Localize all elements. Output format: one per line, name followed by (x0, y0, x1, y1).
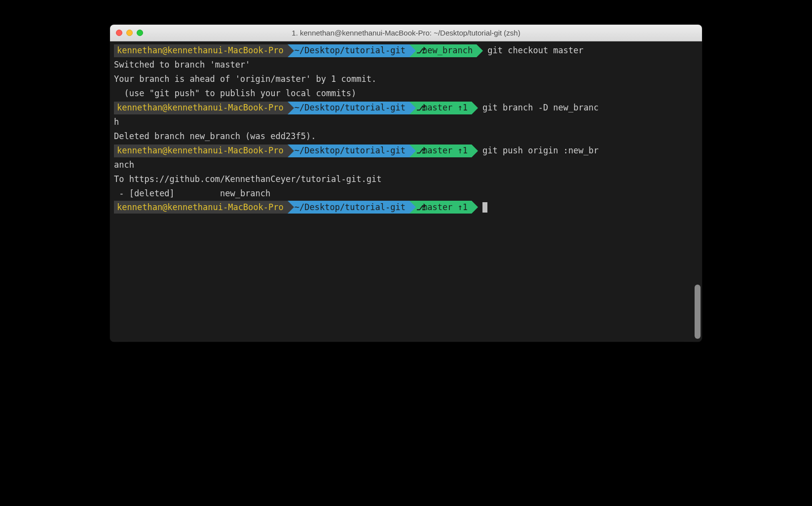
output-line: To https://github.com/KennethanCeyer/tut… (110, 172, 702, 186)
prompt-path-segment: ~/Desktop/tutorial-git (288, 102, 409, 114)
terminal-window: 1. kennethan@kennethanui-MacBook-Pro: ~/… (110, 25, 702, 342)
prompt-host: kennethan@kennethanui-MacBook-Pro (117, 200, 284, 215)
prompt-path: ~/Desktop/tutorial-git (295, 144, 406, 158)
zoom-icon[interactable] (137, 30, 143, 36)
output-line: Switched to branch 'master' (110, 58, 702, 72)
git-branch-icon: ⎇ (416, 200, 422, 215)
output-line: Deleted branch new_branch (was edd23f5). (110, 129, 702, 144)
output-line: - [deleted] new_branch (110, 186, 702, 201)
output-line: (use "git push" to publish your local co… (110, 86, 702, 101)
git-branch-icon: ⎇ (416, 101, 422, 115)
prompt-host-segment: kennethan@kennethanui-MacBook-Pro (114, 201, 288, 214)
prompt-host-segment: kennethan@kennethanui-MacBook-Pro (114, 44, 288, 57)
prompt-host: kennethan@kennethanui-MacBook-Pro (117, 101, 284, 115)
prompt-path: ~/Desktop/tutorial-git (295, 200, 406, 215)
prompt-line: kennethan@kennethanui-MacBook-Pro ~/Desk… (110, 144, 702, 158)
prompt-host: kennethan@kennethanui-MacBook-Pro (117, 144, 284, 158)
output-line: Your branch is ahead of 'origin/master' … (110, 72, 702, 86)
terminal-body[interactable]: kennethan@kennethanui-MacBook-Pro ~/Desk… (110, 41, 702, 342)
prompt-path-segment: ~/Desktop/tutorial-git (288, 201, 409, 214)
git-branch-icon: ⎇ (416, 43, 422, 58)
prompt-host: kennethan@kennethanui-MacBook-Pro (117, 43, 284, 58)
command-text: git push origin :new_br (482, 144, 598, 158)
command-text-wrap: anch (110, 158, 702, 172)
command-text-wrap: h (110, 115, 702, 129)
prompt-path-segment: ~/Desktop/tutorial-git (288, 145, 409, 157)
prompt-path: ~/Desktop/tutorial-git (295, 101, 406, 115)
window-title: 1. kennethan@kennethanui-MacBook-Pro: ~/… (292, 29, 520, 37)
prompt-branch-segment: ⎇master ↑1 (409, 145, 472, 157)
titlebar[interactable]: 1. kennethan@kennethanui-MacBook-Pro: ~/… (110, 25, 702, 41)
prompt-line: kennethan@kennethanui-MacBook-Pro ~/Desk… (110, 101, 702, 115)
prompt-path: ~/Desktop/tutorial-git (295, 43, 406, 58)
close-icon[interactable] (116, 30, 122, 36)
prompt-host-segment: kennethan@kennethanui-MacBook-Pro (114, 145, 288, 157)
prompt-line: kennethan@kennethanui-MacBook-Pro ~/Desk… (110, 201, 702, 214)
git-branch-icon: ⎇ (416, 144, 422, 158)
command-text: git checkout master (487, 43, 583, 58)
prompt-branch-segment: ⎇new_branch (409, 44, 477, 57)
minimize-icon[interactable] (126, 30, 133, 36)
prompt-branch-segment: ⎇master ↑1 (409, 201, 472, 214)
prompt-host-segment: kennethan@kennethanui-MacBook-Pro (114, 102, 288, 114)
prompt-line: kennethan@kennethanui-MacBook-Pro ~/Desk… (110, 43, 702, 58)
command-text: git branch -D new_branc (482, 101, 598, 115)
prompt-branch: master ↑1 (422, 101, 468, 115)
prompt-branch-segment: ⎇master ↑1 (409, 102, 472, 114)
window-controls (116, 30, 143, 36)
prompt-path-segment: ~/Desktop/tutorial-git (288, 44, 409, 57)
prompt-branch: master ↑1 (422, 144, 468, 158)
scrollbar-thumb[interactable] (695, 285, 701, 339)
cursor-icon (482, 202, 487, 213)
prompt-branch: master ↑1 (422, 200, 468, 215)
prompt-branch: new_branch (422, 43, 473, 58)
scrollbar[interactable] (694, 61, 701, 339)
